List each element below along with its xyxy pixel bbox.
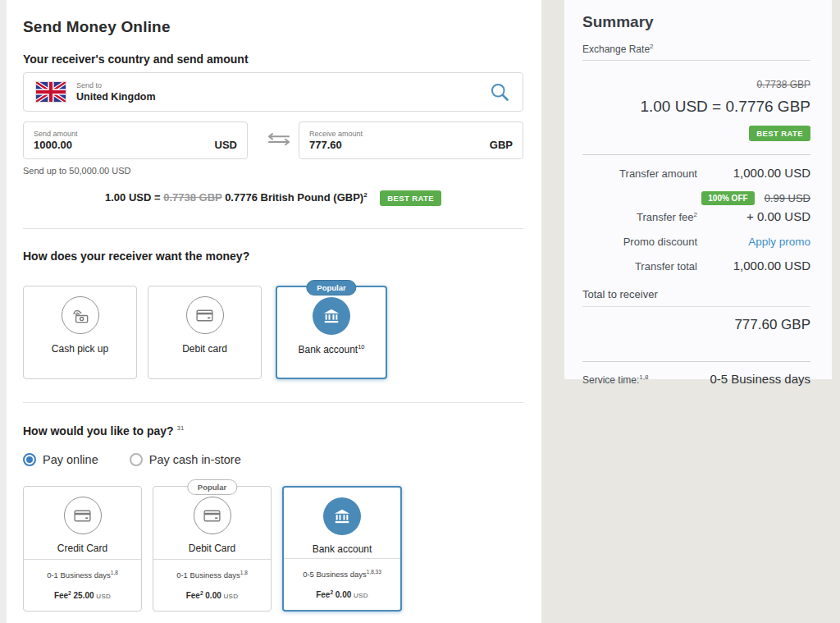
section-divider — [23, 402, 523, 403]
send-currency: USD — [215, 139, 237, 151]
radio-pay-cash-in-store[interactable]: Pay cash in-store — [130, 453, 241, 466]
divider — [582, 361, 810, 362]
current-rate: 0.7776 British Pound (GBP) — [222, 191, 364, 204]
rate-prefix: 1.00 USD = — [105, 191, 163, 204]
popular-badge: Popular — [187, 479, 237, 495]
transfer-total-row: Transfer total 1,000.00 USD — [582, 259, 810, 273]
tile-label: Credit Card — [57, 543, 107, 554]
country-selector[interactable]: Send to United Kingdom — [23, 72, 523, 112]
send-amount-label: Send amount — [34, 130, 215, 138]
exchange-rate-line: 1.00 USD = 0.7738 GBP 0.7776 British Pou… — [23, 190, 523, 206]
debit-card-icon — [194, 497, 231, 534]
service-time-row: Service time:1,8 0-5 Business days — [582, 372, 810, 386]
send-amount-input[interactable] — [34, 139, 215, 151]
tile-bank-account-pay[interactable]: Bank account 0-5 Business days1,8,33 Fee… — [282, 486, 402, 612]
page-title: Send Money Online — [23, 18, 171, 36]
exchange-rate-label: Exchange Rate2 — [582, 43, 810, 55]
tile-label: Bank account10 — [298, 343, 364, 355]
receive-method-heading: How does your receiver want the money? — [23, 250, 249, 263]
divider — [582, 154, 810, 155]
receive-amount-field[interactable]: Receive amount GBP — [299, 121, 523, 159]
summary-panel: Summary Exchange Rate2 0.7738 GBP 1.00 U… — [564, 0, 832, 379]
tile-label: Cash pick up — [52, 342, 108, 355]
bank-icon — [323, 497, 361, 535]
best-rate-badge: BEST RATE — [749, 126, 810, 141]
tile-debit-card-receive[interactable]: Debit card — [148, 286, 262, 379]
pay-type-radios: Pay online Pay cash in-store — [23, 453, 241, 466]
search-icon[interactable] — [489, 81, 511, 103]
popular-badge: Popular — [306, 280, 356, 295]
page-left-edge — [0, 0, 7, 623]
radio-unselected-icon — [130, 453, 143, 466]
summary-title: Summary — [582, 13, 810, 31]
transfer-amount-row: Transfer amount 1,000.00 USD — [582, 166, 810, 180]
best-rate-badge: BEST RATE — [380, 190, 441, 206]
credit-card-icon — [64, 497, 102, 534]
radio-pay-online[interactable]: Pay online — [23, 453, 98, 466]
receive-amount-input[interactable] — [309, 139, 490, 151]
total-to-receiver-value: 777.60 GBP — [582, 317, 810, 333]
tile-credit-card-pay[interactable]: Credit Card 0-1 Business days1,8 Fee2 25… — [23, 486, 142, 612]
tile-fee-footer: 0-1 Business days1,8 Fee2 0.00 USD — [153, 559, 271, 611]
country-value: United Kingdom — [76, 91, 156, 103]
receiver-country-heading: Your receiver's country and send amount — [23, 53, 249, 66]
transfer-fee-row: Transfer fee2 + 0.00 USD — [582, 209, 810, 223]
send-amount-field[interactable]: Send amount USD — [23, 121, 248, 159]
promo-discount-row: Promo discount Apply promo — [582, 234, 810, 248]
discount-badge: 100% OFF — [701, 191, 754, 205]
radio-selected-icon — [23, 453, 36, 466]
cash-pickup-icon — [62, 296, 99, 334]
old-fee: 0.99 USD — [765, 192, 810, 204]
tile-bank-account-receive[interactable]: Popular Bank account10 — [276, 286, 387, 379]
send-to-label: Send to — [76, 81, 156, 89]
send-money-form: Send Money Online Your receiver's countr… — [23, 0, 523, 623]
summary-current-rate: 1.00 USD = 0.7776 GBP — [582, 98, 810, 116]
debit-card-icon — [186, 296, 224, 334]
send-limit-note: Send up to 50,000.00 USD — [23, 166, 130, 176]
tile-label: Bank account — [313, 543, 372, 555]
divider — [582, 60, 810, 61]
tile-label: Debit Card — [189, 543, 235, 554]
divider — [582, 306, 810, 307]
fee-discount-row: 100% OFF 0.99 USD — [582, 191, 810, 205]
summary-rate-block: 0.7738 GBP 1.00 USD = 0.7776 GBP BEST RA… — [582, 79, 810, 141]
receive-currency: GBP — [490, 139, 513, 151]
uk-flag-icon — [35, 81, 66, 103]
old-rate: 0.7738 GBP — [163, 191, 221, 204]
tile-fee-footer: 0-1 Business days1,8 Fee2 25.00 USD — [24, 559, 141, 611]
tile-label: Debit card — [182, 342, 227, 355]
pay-heading: How would you like to pay? 31 — [23, 424, 184, 437]
apply-promo-link[interactable]: Apply promo — [748, 236, 810, 248]
tile-debit-card-pay[interactable]: Popular Debit Card 0-1 Business days1,8 … — [153, 486, 272, 612]
tile-cash-pick-up[interactable]: Cash pick up — [23, 286, 137, 379]
bank-icon — [313, 297, 350, 335]
tile-fee-footer: 0-5 Business days1,8,33 Fee2 0.00 USD — [284, 558, 400, 610]
total-to-receiver-label: Total to receiver — [582, 288, 810, 300]
summary-old-rate: 0.7738 GBP — [582, 79, 810, 90]
swap-currencies-icon[interactable] — [259, 130, 299, 153]
receive-amount-label: Receive amount — [309, 130, 490, 138]
rate-superscript: 2 — [363, 191, 367, 199]
section-divider — [23, 228, 523, 229]
